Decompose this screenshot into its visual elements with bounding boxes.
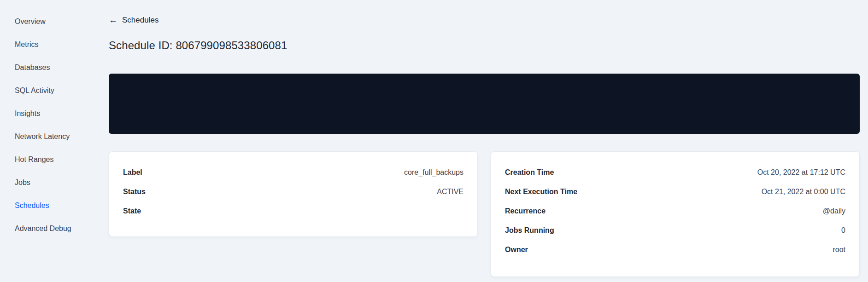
sidebar-item-label: Databases: [15, 63, 50, 72]
detail-row-value: Oct 21, 2022 at 0:00 UTC: [762, 188, 845, 196]
back-arrow-icon: ←: [109, 16, 117, 24]
detail-row: Jobs Running 0: [505, 221, 845, 240]
page-title: Schedule ID: 806799098533806081: [109, 39, 860, 52]
detail-row-value: ACTIVE: [437, 188, 463, 196]
detail-row-label: Owner: [505, 246, 528, 254]
detail-row-value: core_full_backups: [404, 168, 463, 177]
sidebar-item[interactable]: Schedules: [0, 194, 92, 217]
main-content: ← Schedules Schedule ID: 806799098533806…: [92, 0, 868, 282]
detail-row-value: Oct 20, 2022 at 17:12 UTC: [757, 168, 845, 177]
detail-row-label: State: [123, 207, 141, 215]
detail-row-label: Jobs Running: [505, 226, 554, 235]
sidebar-item[interactable]: Jobs: [0, 171, 92, 194]
detail-row: Status ACTIVE: [123, 182, 463, 201]
sidebar-item-label: Network Latency: [15, 132, 70, 141]
sidebar-item[interactable]: Advanced Debug: [0, 217, 92, 240]
schedule-timing-card: Creation Time Oct 20, 2022 at 17:12 UTC …: [491, 151, 860, 277]
schedule-details-card: Label core_full_backups Status ACTIVE St…: [109, 151, 478, 237]
sidebar-item-label: Insights: [15, 109, 40, 118]
sidebar-item-label: SQL Activity: [15, 86, 54, 95]
sidebar-item-label: Overview: [15, 17, 46, 26]
detail-row-value: @daily: [823, 207, 845, 215]
detail-row-label: Next Execution Time: [505, 188, 577, 196]
detail-row: Owner root: [505, 240, 845, 259]
sidebar-item-label: Hot Ranges: [15, 155, 54, 164]
detail-row: Label core_full_backups: [123, 163, 463, 182]
sidebar-item[interactable]: Metrics: [0, 33, 92, 56]
detail-row-label: Label: [123, 168, 142, 177]
detail-row-label: Recurrence: [505, 207, 545, 215]
detail-row-label: Creation Time: [505, 168, 554, 177]
sidebar-item[interactable]: Insights: [0, 102, 92, 125]
sidebar-item[interactable]: Overview: [0, 10, 92, 33]
sidebar-item[interactable]: Network Latency: [0, 125, 92, 148]
detail-row: State: [123, 201, 463, 221]
detail-row-label: Status: [123, 188, 146, 196]
sidebar-item-label: Metrics: [15, 40, 39, 49]
detail-row: Creation Time Oct 20, 2022 at 17:12 UTC: [505, 163, 845, 182]
sidebar-nav: Overview Metrics Databases SQL Activity …: [0, 0, 92, 282]
detail-row: Recurrence @daily: [505, 201, 845, 221]
detail-row-value: 0: [841, 226, 845, 235]
sidebar-item[interactable]: SQL Activity: [0, 79, 92, 102]
detail-row-value: root: [833, 246, 845, 254]
detail-cards: Label core_full_backups Status ACTIVE St…: [109, 151, 860, 277]
back-link-label: Schedules: [122, 16, 158, 25]
sidebar-item-label: Advanced Debug: [15, 224, 71, 233]
app-root: Overview Metrics Databases SQL Activity …: [0, 0, 868, 282]
detail-row: Next Execution Time Oct 21, 2022 at 0:00…: [505, 182, 845, 201]
backup-statement-code-block: { "backup_statement": "BACKUP INTO 's3:/…: [109, 74, 860, 134]
back-to-schedules-link[interactable]: ← Schedules: [109, 16, 158, 25]
sidebar-item[interactable]: Hot Ranges: [0, 148, 92, 171]
sidebar-item-label: Jobs: [15, 178, 30, 187]
sidebar-item-label: Schedules: [15, 201, 49, 210]
sidebar-item[interactable]: Databases: [0, 56, 92, 79]
